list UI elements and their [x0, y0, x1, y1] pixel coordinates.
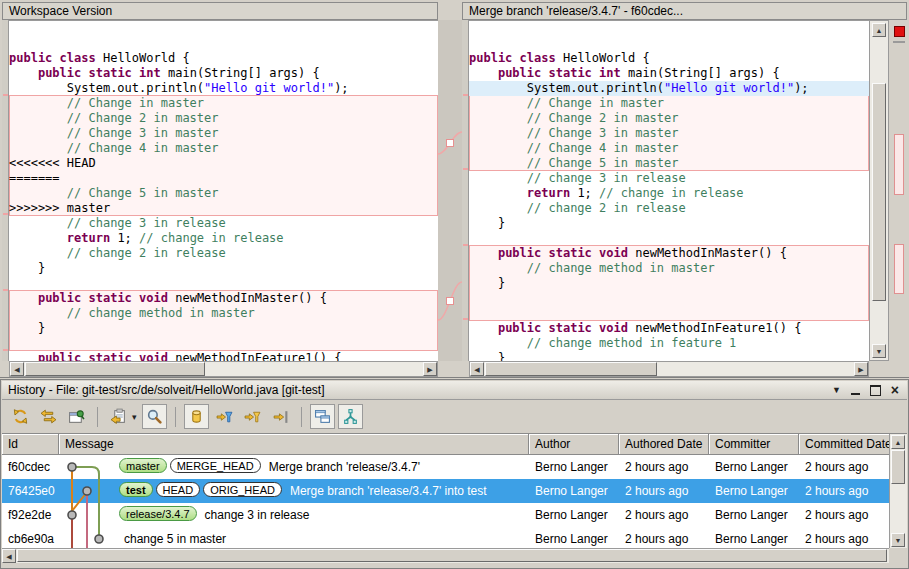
scroll-down-icon[interactable]: ▼ [891, 533, 905, 547]
left-horizontal-scrollbar[interactable]: ◀ ▶ [9, 361, 438, 377]
filter-project-icon [244, 408, 261, 425]
table-header-row: IdMessageAuthorAuthored DateCommitterCom… [2, 434, 889, 455]
column-header-author[interactable]: Author [529, 434, 619, 455]
toolbar-separator [97, 407, 98, 427]
link-with-selection-button[interactable] [36, 404, 61, 429]
history-row[interactable]: cb6e90achange 5 in masterBerno Langer2 h… [2, 527, 889, 548]
scroll-down-icon[interactable]: ▼ [872, 344, 886, 358]
overview-ruler[interactable] [889, 20, 909, 377]
left-code-editor[interactable]: public class HelloWorld { public static … [9, 20, 438, 361]
author: Berno Langer [529, 455, 619, 479]
right-vertical-scrollbar[interactable]: ▲ ▼ [869, 20, 889, 361]
column-header-id[interactable]: Id [2, 434, 59, 455]
right-pane-title: Merge branch 'release/3.4.7' - f60cdec..… [462, 2, 907, 20]
right-pane: public class HelloWorld { public static … [462, 20, 889, 377]
right-code-editor[interactable]: public class HelloWorld { public static … [469, 20, 869, 361]
diff-connector-gutter[interactable] [438, 20, 462, 361]
database-cylinder-icon [188, 408, 205, 425]
pin-view-button[interactable] [64, 404, 89, 429]
show-all-branches-button[interactable] [184, 404, 209, 429]
column-header-message[interactable]: Message [59, 434, 529, 455]
pin-view-icon [68, 408, 85, 425]
authored-date: 2 hours ago [619, 479, 709, 503]
link-with-selection-icon [40, 408, 57, 425]
commit-table: IdMessageAuthorAuthored DateCommitterCom… [2, 433, 907, 563]
committed-date: 2 hours ago [799, 455, 889, 479]
overview-error-marker[interactable] [894, 26, 905, 37]
history-row[interactable]: 76425e0testHEADORIG_HEADMerge branch 're… [2, 479, 889, 503]
code-line: // Change 2 in master [9, 111, 438, 126]
code-line: public static void newMethodInMaster() { [469, 246, 869, 261]
dropdown-arrow-icon[interactable]: ▾ [132, 412, 137, 422]
code-line: ======= [9, 171, 438, 186]
show-revision-details-button[interactable] [310, 404, 335, 429]
focus-on-resource-button[interactable] [106, 404, 131, 429]
maximize-icon[interactable] [870, 385, 881, 396]
code-line: <<<<<<< HEAD [9, 156, 438, 171]
filter-folder-button[interactable] [268, 404, 293, 429]
code-line [9, 21, 438, 36]
scrollbar-thumb[interactable] [891, 450, 905, 484]
right-annotation-ruler [462, 20, 469, 361]
left-pane-title-text: Workspace Version [9, 4, 112, 18]
history-toolbar: ▾ [2, 400, 907, 433]
column-header-authored-date[interactable]: Authored Date [619, 434, 709, 455]
column-header-committed-date[interactable]: Committed Date [799, 434, 889, 455]
column-header-committer[interactable]: Committer [709, 434, 799, 455]
table-vertical-scrollbar[interactable]: ▲ ▼ [889, 434, 907, 548]
history-row[interactable]: f60cdecmasterMERGE_HEADMerge branch 'rel… [2, 455, 889, 479]
find-toggle-button[interactable] [142, 404, 167, 429]
code-line: // change 3 in release [469, 171, 869, 186]
commit-message-text: Merge branch 'release/3.4.7' [269, 460, 420, 474]
scroll-left-icon[interactable]: ◀ [2, 549, 16, 563]
search-icon [146, 408, 163, 425]
scroll-left-icon[interactable]: ◀ [470, 362, 484, 376]
commit-message: release/3.4.7change 3 in release [59, 503, 529, 527]
overview-diff-marker[interactable] [894, 134, 904, 195]
diff-connector-curves [438, 20, 462, 361]
code-line: // Change 3 in master [469, 126, 869, 141]
filter-project-button[interactable] [240, 404, 265, 429]
right-horizontal-scrollbar[interactable]: ◀ ▶ [469, 361, 869, 377]
scrollbar-thumb[interactable] [25, 362, 205, 376]
scroll-up-icon[interactable]: ▲ [891, 435, 905, 449]
code-line: return 1; // change in release [469, 186, 869, 201]
scrollbar-thumb[interactable] [17, 549, 887, 562]
code-line: // Change 4 in master [9, 141, 438, 156]
ref-badge: master [119, 458, 167, 473]
scroll-right-icon[interactable]: ▶ [854, 362, 868, 376]
toolbar-separator [301, 407, 302, 427]
committed-date: 2 hours ago [799, 479, 889, 503]
commit-message-text: change 3 in release [205, 508, 310, 522]
committer: Berno Langer [709, 527, 799, 548]
filter-repository-button[interactable] [212, 404, 237, 429]
minimize-icon[interactable] [851, 385, 860, 395]
ref-badge: release/3.4.7 [119, 506, 197, 521]
focus-on-resource-icon [110, 408, 127, 425]
history-row[interactable]: f92e2derelease/3.4.7change 3 in releaseB… [2, 503, 889, 527]
code-line [469, 291, 869, 306]
refresh-button[interactable] [8, 404, 33, 429]
scrollbar-thumb[interactable] [872, 83, 886, 301]
overview-diff-marker[interactable] [894, 244, 904, 294]
filter-folder-icon [272, 408, 289, 425]
scrollbar-thumb[interactable] [485, 362, 657, 376]
code-line: // change 2 in release [469, 201, 869, 216]
authored-date: 2 hours ago [619, 527, 709, 548]
left-annotation-ruler [2, 20, 9, 361]
authored-date: 2 hours ago [619, 503, 709, 527]
scroll-right-icon[interactable]: ▶ [423, 362, 437, 376]
compare-mode-button[interactable] [338, 404, 363, 429]
history-view: History - File: git-test/src/de/solveit/… [0, 379, 909, 569]
scroll-up-icon[interactable]: ▲ [872, 23, 886, 37]
close-icon[interactable]: × [891, 385, 899, 395]
scroll-left-icon[interactable]: ◀ [10, 362, 24, 376]
view-menu-icon[interactable]: ▼ [832, 381, 841, 399]
commit-message-text: Merge branch 'release/3.4.7' into test [290, 484, 487, 498]
code-line: // change method in master [469, 261, 869, 276]
ref-badge: test [119, 482, 153, 497]
ref-badge: HEAD [156, 482, 201, 497]
code-line: public static int main(String[] args) { [469, 66, 869, 81]
table-horizontal-scrollbar[interactable]: ◀ [2, 548, 889, 563]
code-line: System.out.println("Hello git world!"); [469, 81, 869, 96]
